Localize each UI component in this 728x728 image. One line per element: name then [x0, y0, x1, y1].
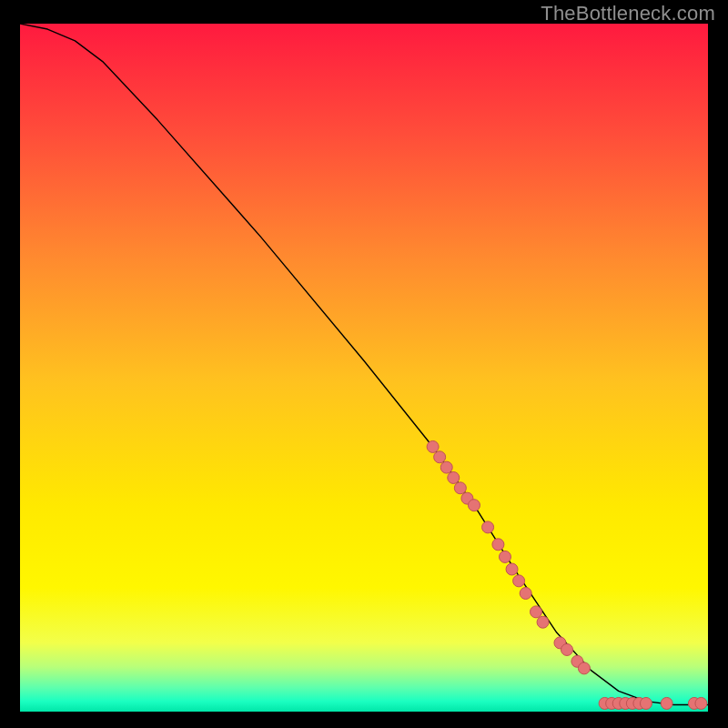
data-point — [454, 482, 466, 494]
data-point — [492, 539, 504, 551]
data-point — [640, 697, 652, 709]
data-point — [440, 461, 452, 473]
data-point — [661, 697, 672, 709]
plot-area — [20, 24, 708, 712]
chart-svg — [20, 24, 708, 712]
data-point — [578, 662, 590, 674]
data-point — [537, 616, 549, 628]
data-point — [561, 643, 573, 655]
data-point — [448, 471, 460, 483]
data-point — [434, 451, 446, 463]
watermark-label: TheBottleneck.com — [541, 2, 715, 25]
data-point — [468, 500, 480, 511]
chart-stage: TheBottleneck.com — [0, 0, 728, 728]
data-point — [427, 440, 439, 452]
gradient-background — [20, 24, 708, 712]
data-point — [520, 587, 531, 599]
data-point — [482, 521, 494, 533]
data-point — [531, 606, 542, 618]
data-point — [506, 563, 518, 575]
data-point — [513, 575, 525, 587]
data-point — [499, 551, 511, 562]
data-point — [695, 697, 707, 709]
